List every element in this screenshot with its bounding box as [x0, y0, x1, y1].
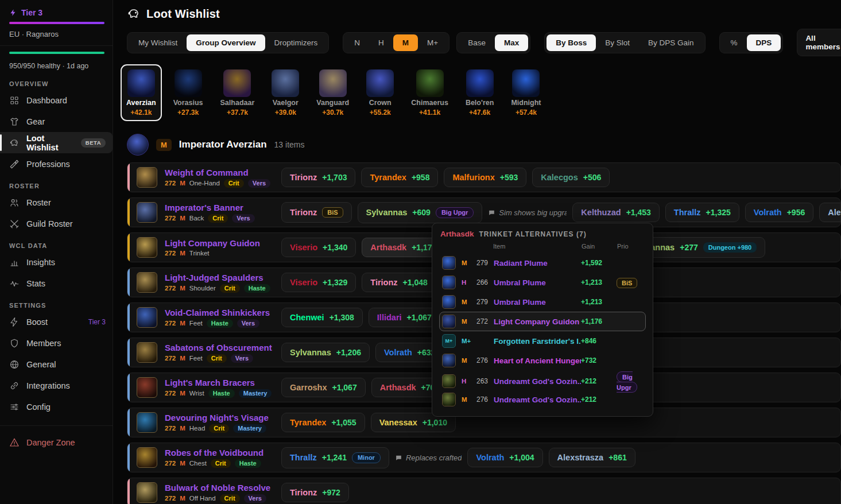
sidebar-item-label: General: [26, 360, 56, 369]
member-card[interactable]: Crown+55.2k: [361, 64, 400, 121]
sidebar-item-guild-roster[interactable]: Guild Roster: [0, 213, 113, 234]
item-name[interactable]: Light's March Bracers: [165, 378, 281, 387]
loot-row[interactable]: Robes of the Voidbound272MChestCritHaste…: [127, 443, 841, 472]
swords-icon: [9, 219, 20, 229]
tab-group-overview[interactable]: Group Overview: [187, 34, 265, 51]
grouping-by-slot[interactable]: By Slot: [596, 34, 639, 51]
player-chip[interactable]: TirionzBiS: [281, 202, 352, 223]
player-chip[interactable]: Sylvannas+1,206: [281, 343, 370, 362]
player-chip[interactable]: Kelthuzad+1,453: [572, 203, 660, 222]
member-card[interactable]: Averzian+42.1k: [121, 64, 162, 121]
player-chip[interactable]: Malfurionx+593: [444, 168, 526, 187]
player-chip[interactable]: Alexstrasza+865: [819, 203, 840, 222]
sidebar-item-loot-wishlist[interactable]: Loot WishlistBETA: [0, 132, 113, 153]
player-chip[interactable]: Thrallz+1,241Minor: [281, 447, 389, 468]
difficulty-m+[interactable]: M+: [418, 34, 447, 51]
alternative-row[interactable]: M+M+Forgotten Farstrider's I...+846: [439, 331, 646, 351]
alt-item-name[interactable]: Light Company Guidon: [494, 317, 581, 326]
difficulty-n[interactable]: N: [345, 34, 369, 51]
sidebar-item-boost[interactable]: BoostTier 3: [0, 311, 113, 332]
item-name[interactable]: Imperator's Banner: [165, 203, 281, 212]
sidebar-item-general[interactable]: General: [0, 354, 113, 375]
player-chip[interactable]: Alexstrasza+861: [549, 448, 635, 467]
range-base[interactable]: Base: [459, 34, 495, 51]
member-card[interactable]: Vanguard+30.7k: [311, 64, 355, 121]
item-name[interactable]: Devouring Night's Visage: [165, 413, 281, 422]
sidebar-item-professions[interactable]: Professions: [0, 153, 113, 175]
sidebar-item-stats[interactable]: Stats: [0, 273, 113, 294]
item-name[interactable]: Light-Judged Spaulders: [165, 273, 281, 282]
alt-item-name[interactable]: Forgotten Farstrider's I...: [494, 337, 581, 346]
member-filter-select[interactable]: All members: [797, 29, 841, 56]
member-card[interactable]: Midnight+57.4k: [505, 64, 547, 121]
tier-indicator[interactable]: Tier 3: [0, 5, 113, 21]
member-card[interactable]: Salhadaar+37.7k: [215, 64, 261, 121]
player-chip[interactable]: Volrath+956: [745, 203, 813, 222]
player-chip[interactable]: Illidari+1,067: [369, 308, 440, 327]
sidebar-item-dashboard[interactable]: Dashboard: [0, 90, 113, 111]
unit-dps[interactable]: DPS: [747, 34, 781, 51]
alternative-row[interactable]: H263Undreamt God's Oozin...+212Big Upgr: [439, 370, 646, 390]
difficulty-h[interactable]: H: [369, 34, 393, 51]
grouping-by-dps-gain[interactable]: By DPS Gain: [639, 34, 703, 51]
item-name[interactable]: Bulwark of Noble Resolve: [165, 483, 281, 493]
item-name[interactable]: Sabatons of Obscurement: [165, 343, 281, 352]
item-icon: [137, 307, 157, 328]
player-chip[interactable]: Volrath+1,004: [467, 448, 542, 467]
sidebar-item-config[interactable]: Config: [0, 396, 113, 417]
player-chip[interactable]: Tyrandex+1,055: [281, 413, 365, 432]
alternative-row[interactable]: H266Umbral Plume+1,213BiS: [439, 273, 646, 292]
sidebar-item-gear[interactable]: Gear: [0, 111, 113, 132]
player-chip[interactable]: Tirionz+972: [281, 483, 349, 502]
range-max[interactable]: Max: [495, 34, 528, 51]
sidebar-item-danger-zone[interactable]: Danger Zone: [0, 432, 113, 453]
tab-droptimizers[interactable]: Droptimizers: [265, 34, 327, 51]
item-name[interactable]: Void-Claimed Shinkickers: [165, 308, 281, 317]
sidebar-item-roster[interactable]: Roster: [0, 192, 113, 213]
stat-badge: Haste: [207, 319, 233, 328]
item-name[interactable]: Light Company Guidon: [165, 238, 281, 248]
alternative-row[interactable]: M279Radiant Plume+1,592: [439, 253, 646, 273]
item-name[interactable]: Robes of the Voidbound: [165, 448, 281, 458]
grouping-toggle: By BossBy SlotBy DPS Gain: [544, 32, 705, 53]
sidebar-item-members[interactable]: Members: [0, 332, 113, 354]
loot-row[interactable]: Weight of Command272MOne-HandCritVersTir…: [127, 162, 841, 192]
tab-my-wishlist[interactable]: My Wishlist: [129, 34, 187, 51]
grouping-by-boss[interactable]: By Boss: [547, 34, 596, 51]
alternative-row[interactable]: M272Light Company Guidon+1,176: [439, 312, 646, 331]
player-chip[interactable]: Viserio+1,340: [281, 238, 356, 257]
member-card[interactable]: Chimaerus+41.1k: [405, 64, 454, 121]
member-name: Midnight: [511, 99, 541, 107]
alt-item-name[interactable]: Umbral Plume: [494, 298, 581, 307]
member-card-list: Averzian+42.1kVorasius+27.3kSalhadaar+37…: [114, 62, 841, 125]
player-chip[interactable]: Kalecgos+506: [532, 168, 610, 187]
difficulty-m[interactable]: M: [393, 34, 418, 51]
member-card[interactable]: Belo'ren+47.6k: [460, 64, 500, 121]
item-slot: Shoulder: [189, 285, 216, 292]
player-chip[interactable]: Tirionz+1,703: [281, 168, 355, 187]
player-chip[interactable]: Thrallz+1,325: [665, 203, 739, 222]
alt-item-name[interactable]: Umbral Plume: [494, 278, 581, 287]
player-chip[interactable]: Garroshx+1,067: [281, 378, 366, 397]
player-chip[interactable]: Chenwei+1,308: [281, 308, 363, 327]
loot-row[interactable]: Bulwark of Noble Resolve272MOff HandCrit…: [127, 478, 841, 504]
alt-item-name[interactable]: Undreamt God's Oozin...: [494, 396, 581, 404]
player-chip[interactable]: Tirionz+1,048: [362, 273, 436, 292]
player-chip[interactable]: Tyrandex+958: [361, 168, 438, 187]
sidebar-item-insights[interactable]: Insights: [0, 251, 113, 273]
alt-item-name[interactable]: Undreamt God's Oozin...: [494, 377, 581, 386]
alt-item-name[interactable]: Radiant Plume: [494, 259, 581, 267]
item-name[interactable]: Weight of Command: [165, 168, 281, 177]
unit-%[interactable]: %: [722, 34, 747, 51]
alt-item-name[interactable]: Heart of Ancient Hunger: [494, 356, 581, 365]
item-slot: Trinket: [189, 250, 210, 257]
sidebar-item-integrations[interactable]: Integrations: [0, 375, 113, 396]
member-card[interactable]: Vorasius+27.3k: [168, 64, 209, 121]
item-slot: Off Hand: [189, 495, 216, 502]
player-chip[interactable]: Sylvannas+609Big Upgr: [358, 202, 483, 223]
alternative-row[interactable]: M279Umbral Plume+1,213: [439, 292, 646, 312]
alternative-row[interactable]: M276Undreamt God's Oozin...+212: [439, 390, 646, 409]
alternative-row[interactable]: M276Heart of Ancient Hunger+732: [439, 351, 646, 370]
member-card[interactable]: Vaelgor+39.0k: [266, 64, 305, 121]
player-chip[interactable]: Viserio+1,329: [281, 273, 356, 292]
